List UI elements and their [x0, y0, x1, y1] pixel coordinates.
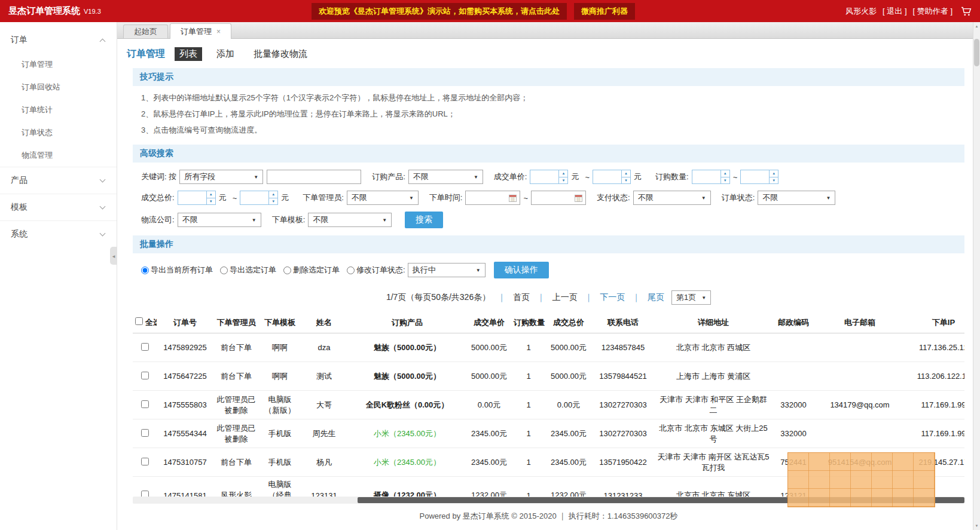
- radio-export-selected[interactable]: [220, 266, 228, 274]
- row-checkbox[interactable]: [141, 343, 149, 351]
- order-template-select[interactable]: 不限 ▼: [308, 213, 392, 227]
- first-page-link[interactable]: 首页: [513, 292, 530, 303]
- order-time-start-input[interactable]: [465, 191, 520, 205]
- chevron-down-icon: ▼: [254, 174, 258, 180]
- radio-delete-selected[interactable]: [283, 266, 291, 274]
- quantity-max-stepper[interactable]: ▲ ▼: [740, 170, 778, 184]
- total-price-min-field[interactable]: [178, 191, 206, 204]
- scroll-down-icon[interactable]: ▼: [973, 522, 980, 529]
- quantity-min-stepper[interactable]: ▲ ▼: [692, 170, 730, 184]
- scroll-up-icon[interactable]: ▲: [973, 23, 980, 30]
- order-status-select[interactable]: 不限 ▼: [758, 191, 835, 205]
- spin-down-icon[interactable]: ▼: [770, 177, 778, 184]
- batch-option-export-selected[interactable]: 导出选定订单: [220, 265, 276, 275]
- calendar-icon: [575, 194, 582, 202]
- sponsor-link[interactable]: [ 赞助作者 ]: [913, 6, 952, 17]
- product-select[interactable]: 不限 ▼: [408, 170, 483, 184]
- view-tab-batch-logistics[interactable]: 批量修改物流: [249, 47, 312, 61]
- tab-start-page[interactable]: 起始页: [123, 24, 168, 38]
- batch-option-delete-selected[interactable]: 删除选定订单: [283, 265, 340, 275]
- batch-option-label: 删除选定订单: [293, 265, 340, 275]
- sidebar-item-order-management[interactable]: 订单管理: [0, 53, 117, 76]
- cell-total-price: 2345.00元: [546, 448, 591, 477]
- spin-up-icon[interactable]: ▲: [559, 170, 567, 177]
- select-all-checkbox[interactable]: [135, 317, 143, 325]
- quantity-max-field[interactable]: [741, 170, 769, 183]
- cell-name: 大哥: [301, 391, 347, 419]
- vertical-scrollbar-thumb[interactable]: [974, 39, 979, 66]
- cell-product: 魅族（5000.00元）: [347, 362, 467, 391]
- row-checkbox[interactable]: [141, 491, 149, 497]
- spin-down-icon[interactable]: ▼: [269, 198, 277, 205]
- col-quantity: 订购数量: [511, 313, 546, 333]
- cell-template: 电脑版（经典版）: [259, 477, 301, 497]
- batch-option-export-all[interactable]: 导出当前所有订单: [141, 265, 213, 275]
- spin-down-icon[interactable]: ▼: [622, 177, 630, 184]
- view-tab-add[interactable]: 添加: [212, 47, 239, 61]
- unit-price-max-field[interactable]: [593, 170, 621, 183]
- sidebar-group-orders[interactable]: 订单: [0, 27, 117, 53]
- confirm-operation-button[interactable]: 确认操作: [494, 262, 549, 278]
- unit-price-max-stepper[interactable]: ▲ ▼: [593, 170, 631, 184]
- batch-status-select[interactable]: 执行中 ▼: [408, 263, 486, 277]
- demo-notice-link[interactable]: 欢迎预览《昱杰订单管理系统》演示站，如需购买本系统，请点击此处: [312, 3, 567, 20]
- tab-close-icon[interactable]: ×: [216, 27, 221, 36]
- sidebar-collapse-handle[interactable]: ◀: [110, 247, 117, 265]
- admin-select[interactable]: 不限 ▼: [347, 191, 419, 205]
- promo-link[interactable]: 微商推广利器: [574, 3, 635, 20]
- radio-export-all[interactable]: [141, 266, 149, 274]
- total-price-min-stepper[interactable]: ▲ ▼: [178, 191, 216, 205]
- keyword-input[interactable]: [267, 170, 361, 184]
- sidebar-group-templates[interactable]: 模板: [0, 194, 117, 220]
- sidebar-item-order-statistics[interactable]: 订单统计: [0, 99, 117, 121]
- logout-link[interactable]: [ 退出 ]: [883, 6, 906, 17]
- tab-order-management[interactable]: 订单管理 ×: [170, 23, 231, 39]
- select-value: 第1页: [676, 292, 696, 303]
- view-tab-list[interactable]: 列表: [175, 47, 202, 61]
- radio-change-status[interactable]: [347, 266, 355, 274]
- row-checkbox[interactable]: [141, 372, 149, 379]
- spin-down-icon[interactable]: ▼: [207, 198, 215, 205]
- search-button[interactable]: 搜索: [405, 212, 443, 228]
- batch-option-change-status[interactable]: 修改订单状态:: [347, 265, 405, 275]
- sidebar-item-order-recycle-bin[interactable]: 订单回收站: [0, 76, 117, 99]
- next-page-link[interactable]: 下一页: [600, 292, 625, 303]
- spin-up-icon[interactable]: ▲: [269, 191, 277, 198]
- spin-down-icon[interactable]: ▼: [559, 177, 567, 184]
- cell-template: 手机版: [259, 419, 301, 448]
- page-select[interactable]: 第1页 ▼: [671, 290, 711, 305]
- total-price-max-stepper[interactable]: ▲ ▼: [240, 191, 278, 205]
- pay-status-select[interactable]: 不限 ▼: [633, 191, 711, 205]
- logistics-select[interactable]: 不限 ▼: [178, 213, 261, 227]
- spin-up-icon[interactable]: ▲: [207, 191, 215, 198]
- cell-quantity: 1: [511, 333, 546, 362]
- sidebar-item-order-status[interactable]: 订单状态: [0, 121, 117, 144]
- spin-up-icon[interactable]: ▲: [622, 170, 630, 177]
- unit-price-min-stepper[interactable]: ▲ ▼: [530, 170, 568, 184]
- sidebar-group-products[interactable]: 产品: [0, 167, 117, 194]
- spin-down-icon[interactable]: ▼: [721, 177, 729, 184]
- row-checkbox[interactable]: [141, 429, 149, 437]
- row-checkbox[interactable]: [141, 458, 149, 465]
- cell-quantity: 1: [511, 448, 546, 477]
- keyword-field-select[interactable]: 所有字段 ▼: [179, 170, 263, 184]
- unit-price-min-field[interactable]: [530, 170, 558, 183]
- cell-phone: 131231233: [591, 477, 655, 497]
- cell-quantity: 1: [511, 477, 546, 497]
- yuan-label: 元: [219, 192, 227, 203]
- col-ip: 下单IP: [905, 313, 964, 333]
- spin-up-icon[interactable]: ▲: [770, 170, 778, 177]
- sidebar-item-logistics-management[interactable]: 物流管理: [0, 144, 117, 167]
- prev-page-link[interactable]: 上一页: [552, 292, 578, 303]
- cell-email: 134179@qq.com: [815, 391, 905, 419]
- total-price-max-field[interactable]: [240, 191, 268, 204]
- spin-up-icon[interactable]: ▲: [721, 170, 729, 177]
- vertical-scrollbar[interactable]: ▲ ▼: [973, 22, 980, 530]
- sidebar-group-label: 产品: [11, 175, 28, 186]
- row-checkbox[interactable]: [141, 400, 149, 408]
- quantity-min-field[interactable]: [692, 170, 721, 183]
- last-page-link[interactable]: 尾页: [648, 292, 664, 303]
- cart-icon[interactable]: [961, 7, 972, 16]
- order-time-end-input[interactable]: [531, 191, 586, 205]
- sidebar-group-system[interactable]: 系统: [0, 220, 117, 247]
